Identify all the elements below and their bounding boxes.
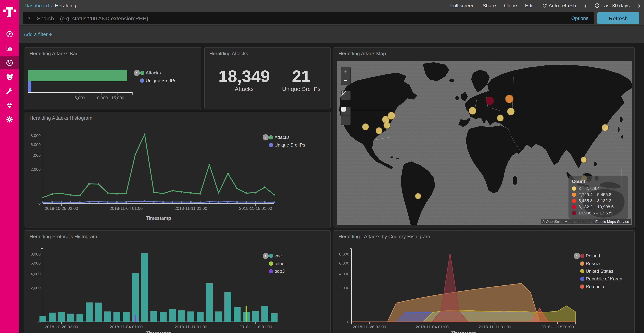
telekom-logo-icon[interactable] [2, 3, 17, 24]
attack-dot[interactable] [602, 124, 608, 131]
time-forward-button[interactable]: › [638, 2, 640, 9]
nav-full-screen-button[interactable]: Full screen [450, 3, 474, 9]
x-tick-label: 2018-11-11 01:00 [478, 324, 511, 329]
legend-item[interactable]: Poland [586, 253, 600, 258]
sidebar-item-visualize[interactable] [0, 41, 19, 54]
attack-dot[interactable] [486, 97, 494, 105]
panel-country-histogram: Heralding - Attacks by Country Histogram… [334, 230, 635, 333]
metric-attacks: 18,349 Attacks [212, 68, 277, 92]
draw-rectangle-button[interactable] [341, 116, 350, 125]
legend-item[interactable]: pop3 [274, 268, 284, 274]
compass-icon [5, 30, 14, 38]
attacks-bar-chart: 5,00010,00015,000›AttacksUnique Src IPs [25, 48, 201, 109]
legend-dot-icon [580, 277, 584, 281]
elastic-maps-attribution[interactable]: Elastic Maps Service [594, 219, 630, 224]
panel-attack-map: Heralding Attack Map [334, 47, 635, 227]
panel-title: Heralding Attacks [209, 51, 248, 56]
map-legend-row[interactable]: 10,908.6 – 13,635 [572, 210, 625, 216]
legend-range-label: 10,908.6 – 13,635 [578, 211, 612, 215]
auto-refresh-button[interactable]: Auto-refresh [542, 3, 576, 9]
legend-range-label: 8,182.2 – 10,908.6 [578, 204, 614, 209]
sidebar-item-discover[interactable] [0, 28, 19, 41]
sidebar-item-management[interactable] [0, 113, 19, 126]
sidebar-item-dev-tools[interactable] [0, 85, 19, 98]
legend-dot-icon [572, 199, 576, 203]
legend-item[interactable]: vnc [274, 253, 282, 258]
map-legend-row[interactable]: 5,455.8 – 8,182.2 [572, 198, 625, 204]
top-navbar: Dashboard / Heralding Full screenShareCl… [19, 0, 644, 12]
panel-protocols-histogram: Heralding Protocols Histogram 02,0004,00… [24, 230, 331, 333]
legend-dot-icon [140, 79, 144, 83]
map-zoom-controls: + − [341, 67, 351, 85]
console-prompt-icon: >_ [23, 16, 36, 21]
legend-range-label: 2,729.4 – 5,455.8 [578, 192, 611, 197]
time-back-button[interactable]: ‹ [584, 2, 586, 9]
sidebar-item-dashboard[interactable] [0, 56, 19, 70]
search-input[interactable] [36, 15, 571, 22]
legend-dot-icon [572, 205, 576, 209]
y-tick-label: 0 [347, 319, 349, 324]
time-picker-button[interactable]: Last 30 days [594, 3, 630, 9]
y-tick-label: 6,000 [30, 142, 41, 147]
attack-dot[interactable] [388, 112, 395, 120]
legend-item[interactable]: Republic of Korea [586, 276, 622, 281]
attack-map[interactable]: + − [337, 61, 632, 225]
x-tick-label: 2018-11-18 01:00 [239, 324, 272, 329]
map-legend-row[interactable]: 2,729.4 – 5,455.8 [572, 191, 625, 198]
y-tick-label: 0 [38, 201, 41, 205]
attack-dot[interactable] [415, 193, 421, 199]
metric-value: 18,349 [212, 68, 277, 85]
x-tick-label: 5,000 [74, 96, 85, 100]
panel-title: Heralding Protocols Histogram [30, 234, 97, 239]
map-legend-row[interactable]: 3 – 2,729.4 [572, 185, 625, 191]
attack-dot[interactable] [507, 108, 514, 115]
sidebar-item-timelion[interactable] [0, 70, 19, 83]
x-axis-title: Timestamp [146, 215, 171, 221]
zoom-in-button[interactable]: + [341, 67, 350, 76]
attack-dot[interactable] [581, 157, 587, 163]
attack-dot[interactable] [505, 95, 514, 103]
crop-button[interactable] [341, 91, 350, 100]
x-tick-label: 15,000 [111, 96, 124, 100]
gauge-icon [5, 59, 14, 67]
breadcrumb: Dashboard / Heralding [24, 0, 76, 11]
zoom-out-button[interactable]: − [341, 76, 350, 85]
metric-value: 21 [278, 68, 324, 85]
legend-item[interactable]: Attacks [146, 70, 161, 75]
x-tick-label: 2018-11-04 01:00 [110, 324, 142, 329]
attack-dot[interactable] [376, 127, 382, 134]
legend-item[interactable]: telnet [274, 261, 286, 266]
map-legend-row[interactable]: 8,182.2 – 10,908.6 [572, 204, 625, 210]
legend-item[interactable]: Attacks [274, 135, 290, 140]
nav-edit-button[interactable]: Edit [525, 3, 534, 9]
bar-chart-icon [5, 43, 14, 52]
legend-item[interactable]: United States [586, 268, 613, 274]
legend-item[interactable]: Romania [586, 284, 604, 289]
legend-item[interactable]: Unique Src IPs [146, 78, 176, 83]
legend-item[interactable]: Russia [586, 261, 600, 266]
attack-dot[interactable] [469, 107, 476, 115]
options-link[interactable]: Options [571, 15, 594, 21]
metric-label: Attacks [212, 86, 277, 92]
osm-attribution[interactable]: © OpenStreetMap contributors, [541, 219, 594, 224]
breadcrumb-dashboard-link[interactable]: Dashboard [24, 3, 49, 9]
plus-icon: + [49, 31, 52, 37]
attack-dot[interactable] [384, 122, 390, 129]
legend-item[interactable]: Unique Src IPs [274, 142, 305, 148]
attack-dot[interactable] [362, 123, 369, 130]
legend-range-label: 3 – 2,729.4 [578, 186, 600, 191]
sidebar-item-monitoring[interactable] [0, 99, 19, 112]
bar-series-vnc [40, 253, 278, 322]
panel-title: Heralding - Attacks by Country Histogram [338, 234, 430, 239]
legend-toggle-arrow: › [265, 254, 266, 258]
map-count-legend: Count 3 – 2,729.42,729.4 – 5,455.85,455.… [568, 176, 628, 219]
breadcrumb-separator: / [51, 3, 52, 9]
bar-series-pop3 [134, 315, 136, 322]
map-draw-controls [341, 107, 351, 125]
nav-share-button[interactable]: Share [482, 3, 496, 9]
refresh-button[interactable]: Refresh [597, 12, 640, 24]
add-filter-link[interactable]: Add a filter+ [24, 31, 52, 37]
nav-clone-button[interactable]: Clone [504, 3, 517, 9]
y-tick-label: 8,000 [30, 133, 41, 138]
attack-dot[interactable] [497, 115, 504, 121]
